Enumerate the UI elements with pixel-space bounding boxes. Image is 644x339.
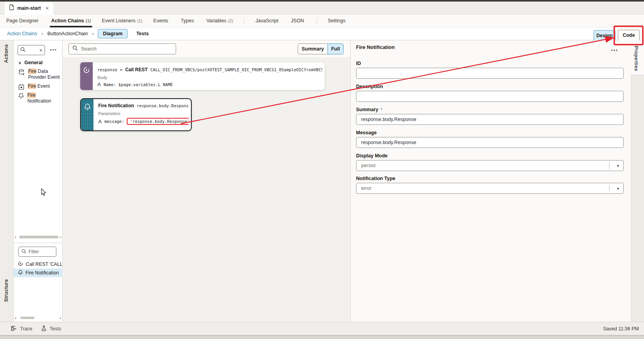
tab-javascript[interactable]: JavaScript — [255, 14, 280, 27]
full-toggle-button[interactable]: Full — [327, 43, 344, 54]
id-field-label: ID — [356, 61, 361, 66]
notification-type-select[interactable]: error ▾ — [356, 183, 624, 194]
scrollbar-thumb[interactable] — [20, 317, 34, 319]
canvas-search-input[interactable] — [81, 46, 172, 52]
code-mode-button[interactable]: Code — [618, 30, 640, 41]
fire-notification-action-card[interactable]: Fire Notification response.body.Response… — [80, 98, 192, 131]
tab-settings[interactable]: Settings — [328, 14, 347, 27]
properties-rail-tab[interactable]: Properties — [633, 46, 639, 71]
actions-search-input[interactable]: × — [18, 45, 45, 55]
assigned-variable: response — [97, 67, 117, 72]
notification-summary: response.body.Response — [137, 103, 189, 108]
message-field-label: Message — [356, 130, 377, 135]
scroll-right-icon[interactable]: ▸ — [60, 317, 61, 320]
fire-notification-card-strip — [81, 99, 94, 130]
tab-page-designer[interactable]: Page Designer — [6, 14, 40, 27]
filter-input[interactable] — [29, 249, 51, 254]
right-rail: Properties — [631, 40, 644, 322]
required-asterisk: * — [381, 107, 382, 112]
bell-icon — [18, 270, 23, 276]
document-tab-bar: main-start × — [0, 2, 644, 14]
summary-toggle-button[interactable]: Summary — [298, 43, 328, 54]
select-divider — [609, 185, 610, 192]
id-field[interactable] — [356, 68, 624, 79]
tab-variables[interactable]: Variables(2) — [206, 14, 233, 27]
summary-field-label: Summary* — [356, 107, 382, 112]
message-field[interactable] — [356, 137, 624, 148]
annotation-box-message: 'response.body.Response' — [127, 118, 189, 125]
bell-icon — [18, 93, 24, 101]
diagram-view-button[interactable]: Diagram — [98, 29, 128, 38]
document-tab-main-start[interactable]: main-start × — [4, 2, 54, 14]
data-provider-icon — [18, 69, 25, 77]
chevron-right-icon: > — [41, 32, 43, 36]
structure-item-call-rest[interactable]: Call REST 'CALL — [14, 260, 63, 269]
search-icon — [72, 45, 78, 52]
description-field[interactable] — [356, 91, 624, 102]
rest-endpoint: CALL_OIC_FROM_VBCS/postXXTEST_SAMPLE_OIC… — [150, 67, 322, 72]
select-divider — [609, 162, 610, 169]
chevron-down-icon[interactable]: ▾ — [617, 164, 619, 168]
structure-horizontal-scrollbar[interactable]: ◂ ▸ — [14, 317, 61, 320]
structure-rail-tab[interactable]: Structure — [4, 279, 9, 302]
description-field-label: Description — [356, 84, 383, 89]
view-detail-toggle: Summary Full — [298, 43, 344, 54]
breadcrumb-chain-name: ButtonActionChain — [47, 31, 88, 36]
palette-horizontal-scrollbar[interactable]: ◂ ▸ — [14, 236, 61, 239]
structure-item-fire-notification[interactable]: Fire Notification — [14, 269, 63, 277]
display-mode-select[interactable]: persist ▾ — [356, 160, 624, 171]
close-icon[interactable]: × — [45, 5, 49, 11]
palette-menu-icon[interactable]: ⋯ — [50, 45, 57, 54]
tab-events[interactable]: Events — [153, 14, 170, 27]
right-rail-background — [631, 75, 644, 322]
structure-filter-input[interactable] — [18, 247, 56, 257]
search-icon — [20, 47, 25, 54]
diagram-canvas[interactable]: Summary Full response = Call REST CALL — [63, 40, 350, 322]
tab-json[interactable]: JSON — [291, 14, 305, 27]
summary-field[interactable] — [356, 114, 624, 125]
chevron-right-icon: > — [92, 32, 94, 36]
palette-item-fire-data-provider-event[interactable]: Fire Data Provider Event — [18, 69, 60, 80]
search-icon — [22, 248, 26, 255]
tab-types[interactable]: Types — [181, 14, 195, 27]
palette-section-general[interactable]: ∨ General — [18, 60, 43, 65]
breadcrumb-action-chains-link[interactable]: Action Chains — [7, 31, 37, 36]
tab-action-chains[interactable]: Action Chains(1) — [51, 14, 91, 27]
window-bottom-edge — [0, 335, 644, 339]
properties-panel: Fire Notification ⋯ ID Description Summa… — [350, 40, 631, 322]
string-type-icon: A — [97, 82, 101, 87]
structure-panel: Call REST 'CALL Fire Notification ◂ ▸ — [14, 243, 63, 322]
document-tab-title: main-start — [17, 5, 41, 11]
tab-event-listeners[interactable]: Event Listeners(1) — [102, 14, 142, 27]
canvas-toolbar: Summary Full — [63, 40, 350, 58]
clear-search-icon[interactable]: × — [39, 47, 42, 53]
file-icon — [9, 4, 14, 12]
status-bar: Trace Tests Saved 11:36 PM — [0, 322, 644, 335]
notification-type-field-label: Notification Type — [356, 176, 395, 181]
tab-divider — [244, 18, 245, 24]
tests-view-button[interactable]: Tests — [136, 31, 149, 36]
actions-rail-tab[interactable]: Actions — [4, 44, 9, 63]
canvas-search[interactable] — [68, 43, 176, 54]
call-rest-action-card[interactable]: response = Call REST CALL_OIC_FROM_VBCS/… — [80, 62, 325, 90]
properties-title: Fire Notification — [356, 44, 395, 50]
calendar-event-icon — [18, 84, 24, 92]
properties-menu-icon[interactable]: ⋯ — [611, 46, 618, 54]
chevron-down-icon[interactable]: ▾ — [617, 186, 619, 191]
action-type-label: Fire Notification — [98, 103, 134, 108]
design-mode-button[interactable]: Design — [594, 30, 615, 41]
scrollbar-thumb[interactable] — [19, 236, 58, 238]
palette-item-fire-notification[interactable]: Fire Notification — [18, 92, 51, 104]
card-section-label: Body — [97, 75, 322, 80]
actions-palette-panel: × ⋯ ∨ General Fire Data Provider Event — [14, 40, 63, 243]
module-tab-bar: Page Designer Action Chains(1) Event Lis… — [0, 14, 644, 27]
scroll-right-icon[interactable]: ▸ — [60, 236, 61, 239]
tests-button[interactable]: Tests — [41, 322, 61, 335]
string-type-icon: A — [98, 119, 102, 124]
message-parameter-key: message: — [104, 119, 124, 124]
rest-icon — [18, 261, 23, 267]
action-type-label: Call REST — [125, 67, 148, 72]
palette-item-fire-event[interactable]: Fire Event — [18, 83, 50, 92]
trace-button[interactable]: Trace — [11, 322, 32, 335]
trace-icon — [11, 326, 17, 332]
